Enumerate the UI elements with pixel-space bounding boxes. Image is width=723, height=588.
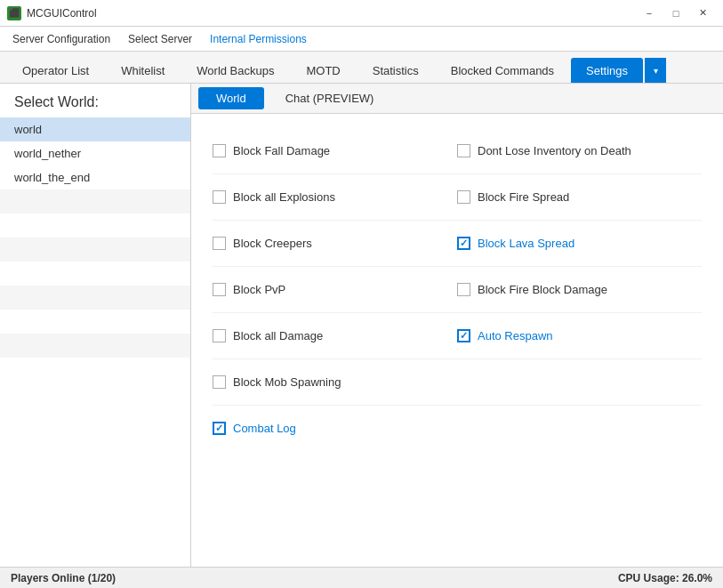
settings-row-6: Block Mob Spawning — [213, 359, 702, 406]
settings-row-5: Block all Damage Auto Respawn — [213, 313, 702, 359]
sub-tab-bar: World Chat (PREVIEW) — [191, 84, 723, 114]
label-block-fall-damage[interactable]: Block Fall Damage — [233, 144, 330, 157]
window-controls: − □ ✕ — [636, 4, 716, 22]
menu-server-config[interactable]: Server Configuration — [4, 29, 119, 49]
world-list: world world_nether world_the_end — [0, 117, 190, 567]
checkbox-block-fire-spread[interactable] — [457, 190, 470, 204]
world-item-empty-6 — [0, 310, 190, 334]
minimize-button[interactable]: − — [636, 4, 663, 22]
setting-auto-respawn: Auto Respawn — [457, 329, 702, 342]
setting-block-all-damage: Block all Damage — [213, 329, 457, 342]
settings-content: Block Fall Damage Dont Lose Inventory on… — [191, 114, 723, 567]
checkbox-block-fire-block-damage[interactable] — [457, 283, 470, 296]
world-item-empty-2 — [0, 213, 190, 238]
setting-block-pvp: Block PvP — [213, 283, 457, 296]
setting-block-fire-block-damage: Block Fire Block Damage — [457, 283, 702, 296]
label-auto-respawn[interactable]: Auto Respawn — [478, 329, 553, 342]
setting-block-fire-spread: Block Fire Spread — [457, 190, 702, 204]
label-dont-lose-inventory[interactable]: Dont Lose Inventory on Death — [478, 144, 631, 157]
setting-block-creepers: Block Creepers — [213, 237, 457, 250]
menu-internal-permissions[interactable]: Internal Permissions — [201, 29, 316, 49]
tab-whitelist[interactable]: Whitelist — [106, 58, 180, 83]
world-item-end[interactable]: world_the_end — [0, 165, 190, 189]
players-online-status: Players Online (1/20) — [11, 572, 116, 584]
tab-operator-list[interactable]: Operator List — [7, 58, 104, 83]
checkbox-block-lava-spread[interactable] — [457, 237, 470, 250]
setting-combat-log: Combat Log — [213, 422, 457, 435]
world-item-empty-3 — [0, 238, 190, 262]
main-content: Select World: world world_nether world_t… — [0, 84, 723, 567]
world-item-empty-7 — [0, 334, 190, 358]
settings-row-2: Block all Explosions Block Fire Spread — [213, 174, 702, 221]
app-title: MCGUIControl — [27, 7, 97, 20]
label-block-all-damage[interactable]: Block all Damage — [233, 329, 323, 342]
checkbox-block-all-explosions[interactable] — [213, 190, 226, 204]
settings-row-1: Block Fall Damage Dont Lose Inventory on… — [213, 128, 702, 174]
label-block-fire-block-damage[interactable]: Block Fire Block Damage — [478, 283, 607, 296]
checkbox-block-pvp[interactable] — [213, 283, 226, 296]
menu-select-server[interactable]: Select Server — [119, 29, 201, 49]
settings-row-4: Block PvP Block Fire Block Damage — [213, 267, 702, 313]
tab-bar: Operator List Whitelist World Backups MO… — [0, 52, 723, 84]
label-block-creepers[interactable]: Block Creepers — [233, 237, 312, 250]
setting-block-all-explosions: Block all Explosions — [213, 190, 457, 204]
close-button[interactable]: ✕ — [689, 4, 716, 22]
world-item-empty-5 — [0, 286, 190, 310]
setting-block-lava-spread: Block Lava Spread — [457, 237, 702, 250]
menu-bar: Server Configuration Select Server Inter… — [0, 27, 723, 52]
world-item-nether[interactable]: world_nether — [0, 141, 190, 165]
world-item-empty-4 — [0, 262, 190, 286]
setting-dont-lose-inventory: Dont Lose Inventory on Death — [457, 144, 702, 157]
title-bar: ⬛ MCGUIControl − □ ✕ — [0, 0, 723, 27]
status-bar: Players Online (1/20) CPU Usage: 26.0% — [0, 567, 723, 588]
world-item-empty-8 — [0, 358, 190, 382]
title-bar-left: ⬛ MCGUIControl — [7, 6, 97, 20]
tabs-dropdown-button[interactable]: ▾ — [645, 58, 666, 83]
settings-row-3: Block Creepers Block Lava Spread — [213, 221, 702, 267]
label-block-fire-spread[interactable]: Block Fire Spread — [478, 190, 569, 204]
maximize-button[interactable]: □ — [663, 4, 689, 22]
world-item-world[interactable]: world — [0, 117, 190, 141]
label-combat-log[interactable]: Combat Log — [233, 422, 296, 435]
sidebar-title: Select World: — [0, 84, 190, 117]
label-block-mob-spawning[interactable]: Block Mob Spawning — [233, 375, 341, 389]
checkbox-dont-lose-inventory[interactable] — [457, 144, 470, 157]
checkbox-block-creepers[interactable] — [213, 237, 226, 250]
tab-statistics[interactable]: Statistics — [357, 58, 434, 83]
settings-row-7: Combat Log — [213, 406, 702, 451]
sidebar: Select World: world world_nether world_t… — [0, 84, 191, 567]
tab-settings[interactable]: Settings — [571, 58, 643, 83]
checkbox-block-mob-spawning[interactable] — [213, 375, 226, 389]
app-icon: ⬛ — [7, 6, 21, 20]
tab-world-backups[interactable]: World Backups — [181, 58, 289, 83]
sub-tab-world[interactable]: World — [198, 87, 264, 109]
checkbox-block-all-damage[interactable] — [213, 329, 226, 342]
label-block-lava-spread[interactable]: Block Lava Spread — [478, 237, 574, 250]
checkbox-auto-respawn[interactable] — [457, 329, 470, 342]
checkbox-block-fall-damage[interactable] — [213, 144, 226, 157]
checkbox-combat-log[interactable] — [213, 422, 226, 435]
setting-block-fall-damage: Block Fall Damage — [213, 144, 457, 157]
tab-blocked-commands[interactable]: Blocked Commands — [436, 58, 569, 83]
cpu-usage-status: CPU Usage: 26.0% — [618, 572, 712, 584]
sub-tab-chat[interactable]: Chat (PREVIEW) — [268, 87, 392, 109]
label-block-all-explosions[interactable]: Block all Explosions — [233, 190, 335, 204]
tab-motd[interactable]: MOTD — [291, 58, 355, 83]
right-panel: World Chat (PREVIEW) Block Fall Damage D… — [191, 84, 723, 567]
setting-block-mob-spawning: Block Mob Spawning — [213, 375, 457, 389]
world-item-empty-1 — [0, 189, 190, 213]
label-block-pvp[interactable]: Block PvP — [233, 283, 285, 296]
